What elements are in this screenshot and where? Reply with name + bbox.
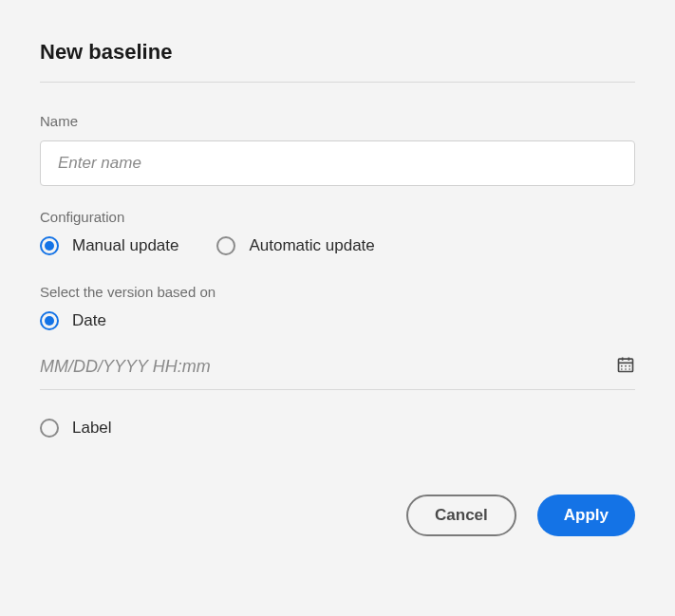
title-divider (40, 82, 635, 83)
configuration-radio-group: Manual update Automatic update (40, 236, 635, 255)
apply-button[interactable]: Apply (537, 495, 635, 536)
radio-date[interactable]: Date (40, 311, 635, 330)
date-placeholder: MM/DD/YYYY HH:mm (40, 357, 211, 377)
dialog-button-row: Cancel Apply (40, 495, 635, 536)
radio-label[interactable]: Label (40, 419, 635, 438)
radio-icon (40, 419, 59, 438)
dialog-title: New baseline (40, 40, 635, 65)
name-field-label: Name (40, 113, 635, 129)
radio-label-date: Date (72, 311, 106, 330)
configuration-label: Configuration (40, 209, 635, 225)
radio-label-automatic: Automatic update (249, 236, 374, 255)
name-input[interactable] (40, 140, 635, 186)
calendar-icon[interactable] (616, 355, 635, 378)
radio-icon (40, 236, 59, 255)
radio-icon (40, 311, 59, 330)
radio-automatic-update[interactable]: Automatic update (216, 236, 374, 255)
date-input-row[interactable]: MM/DD/YYYY HH:mm (40, 355, 635, 390)
radio-label-manual: Manual update (72, 236, 178, 255)
radio-icon (216, 236, 235, 255)
cancel-button[interactable]: Cancel (406, 495, 516, 536)
version-radio-group: Date MM/DD/YYYY HH:mm Label (40, 311, 635, 438)
radio-manual-update[interactable]: Manual update (40, 236, 178, 255)
radio-label-label: Label (72, 419, 112, 438)
version-section-label: Select the version based on (40, 284, 635, 300)
